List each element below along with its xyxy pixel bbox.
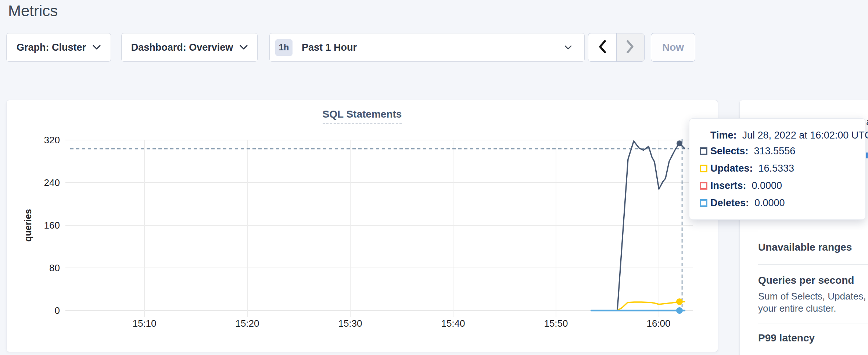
time-range-label: Past 1 Hour	[302, 42, 357, 53]
dashboard-dropdown[interactable]: Dashboard: Overview	[121, 33, 258, 62]
section-title-unavailable-ranges: Unavailable ranges	[758, 241, 852, 253]
tooltip-series-row: Selects: 313.5556	[689, 143, 865, 160]
previous-timespan-button[interactable]	[588, 33, 616, 61]
line-chart-plot[interactable]	[7, 100, 718, 352]
chevron-down-icon	[240, 45, 248, 50]
tooltip-series-row: Updates: 16.5333	[689, 160, 865, 177]
tooltip-series-value: 16.5333	[758, 163, 795, 174]
time-nav	[588, 33, 645, 62]
chevron-down-icon	[564, 45, 572, 50]
chevron-right-icon	[626, 40, 635, 55]
page-title: Metrics	[8, 0, 58, 22]
tooltip-time-row: Time: Jul 28, 2022 at 16:02:00 UTC	[689, 128, 865, 143]
dashboard-label: Dashboard: Overview	[131, 42, 233, 53]
divider	[758, 323, 868, 323]
chevron-left-icon	[598, 40, 607, 55]
tooltip-time-value: Jul 28, 2022 at 16:02:00 UTC	[742, 130, 868, 141]
tooltip-series-value: 313.5556	[754, 146, 796, 157]
time-range-badge: 1h	[275, 39, 293, 56]
section-title-p99-latency: P99 latency	[758, 332, 815, 344]
metrics-page: { "page": { "title": "Metrics", "backgro…	[0, 0, 868, 355]
tooltip-series-label: Inserts:	[710, 180, 746, 191]
tooltip-series-value: 0.0000	[754, 197, 785, 209]
inserts-series-swatch-icon	[700, 182, 707, 190]
tooltip-time-label: Time:	[710, 130, 737, 141]
chart-hover-tooltip: Time: Jul 28, 2022 at 16:02:00 UTC Selec…	[689, 118, 866, 220]
divider	[758, 231, 868, 231]
tooltip-series-label: Updates:	[710, 163, 753, 174]
tooltip-series-row: Deletes: 0.0000	[689, 194, 865, 212]
tooltip-series-label: Deletes:	[710, 197, 749, 209]
section-title-queries-per-second: Queries per second	[758, 275, 854, 286]
tooltip-series-row: Inserts: 0.0000	[689, 177, 865, 194]
now-button[interactable]: Now	[651, 33, 695, 62]
graph-scope-dropdown[interactable]: Graph: Cluster	[6, 33, 111, 62]
sql-statements-chart-card: SQL Statements queries 320 240 160 80 0 …	[6, 100, 718, 352]
divider	[758, 264, 868, 265]
time-range-picker[interactable]: 1h Past 1 Hour	[269, 33, 585, 62]
deletes-series-swatch-icon	[700, 199, 707, 207]
tooltip-series-value: 0.0000	[752, 180, 782, 191]
clipped-text-fragment: a	[866, 116, 868, 128]
chevron-down-icon	[93, 45, 101, 50]
selects-series-swatch-icon	[700, 147, 707, 155]
clipped-link-fragment	[866, 153, 868, 158]
tooltip-series-label: Selects:	[710, 146, 749, 157]
section-description-line: Sum of Selects, Updates, Inser	[758, 291, 868, 302]
next-timespan-button[interactable]	[616, 33, 645, 61]
section-description-line: your entire cluster.	[758, 303, 836, 314]
updates-series-swatch-icon	[700, 165, 707, 172]
graph-scope-label: Graph: Cluster	[17, 42, 86, 53]
